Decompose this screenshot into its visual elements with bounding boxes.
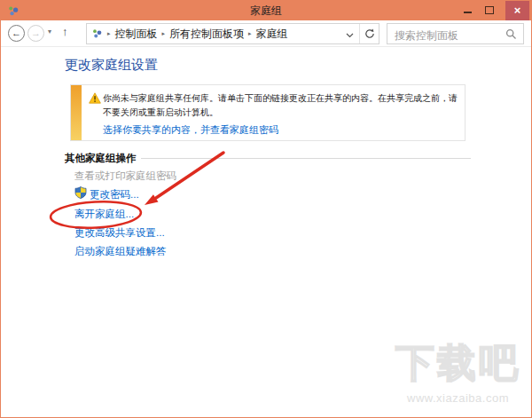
navigation-toolbar: ← → ▾ ↑ ▸ 控制面板 ▸ 所有控制面板项 ▸ 家庭组 — [1, 20, 531, 47]
up-button[interactable]: ↑ — [62, 25, 68, 38]
page-title: 更改家庭组设置 — [65, 57, 158, 74]
minimize-button[interactable] — [458, 1, 478, 20]
breadcrumb-homegroup[interactable]: 家庭组 — [256, 27, 288, 42]
breadcrumb-separator-icon: ▸ — [103, 30, 115, 37]
homegroup-window: 家庭组 × ← → ▾ ↑ ▸ 控 — [0, 0, 532, 418]
forward-button[interactable]: → — [27, 25, 44, 42]
breadcrumb-separator-icon: ▸ — [244, 30, 256, 37]
warning-panel: 你尚未与家庭组共享任何库。请单击下面的链接更改正在共享的内容。在共享完成之前，请… — [70, 84, 466, 141]
start-troubleshooter-link[interactable]: 启动家庭组疑难解答 — [74, 245, 167, 258]
address-dropdown-button[interactable] — [340, 26, 359, 42]
breadcrumb-all-items[interactable]: 所有控制面板项 — [169, 27, 244, 42]
change-password-link[interactable]: 更改密码... — [90, 188, 139, 201]
recent-pages-button[interactable]: ▾ — [48, 28, 51, 35]
back-icon: ← — [12, 28, 21, 38]
watermark-url: www.xiazaiba.com — [395, 391, 520, 405]
forward-icon: → — [31, 28, 41, 38]
watermark: 下载吧 www.xiazaiba.com — [395, 337, 520, 405]
minimize-icon — [464, 12, 472, 13]
warning-text-line2: 不要关闭或重新启动计算机。 — [103, 106, 218, 119]
warning-text-line1: 你尚未与家庭组共享任何库。请单击下面的链接更改正在共享的内容。在共享完成之前，请 — [103, 92, 458, 105]
homegroup-breadcrumb-icon — [92, 28, 103, 39]
search-placeholder: 搜索控制面板 — [395, 28, 458, 43]
warning-accent-bar — [71, 85, 82, 140]
up-arrow-icon: ↑ — [62, 25, 68, 38]
change-advanced-sharing-link[interactable]: 更改高级共享设置... — [74, 226, 165, 240]
chevron-down-icon: ▾ — [48, 28, 51, 35]
window-title: 家庭组 — [1, 1, 531, 20]
uac-shield-icon — [74, 186, 87, 199]
view-print-password-link: 查看或打印家庭组密码 — [74, 170, 176, 183]
refresh-button[interactable] — [359, 24, 379, 43]
breadcrumb-control-panel[interactable]: 控制面板 — [115, 27, 158, 42]
search-icon[interactable] — [505, 28, 517, 40]
refresh-icon — [364, 28, 375, 39]
address-bar[interactable]: ▸ 控制面板 ▸ 所有控制面板项 ▸ 家庭组 — [86, 23, 379, 44]
leave-homegroup-link[interactable]: 离开家庭组... — [74, 208, 134, 221]
red-arrow-head — [145, 194, 159, 205]
back-button[interactable]: ← — [8, 25, 25, 42]
chevron-down-icon — [346, 33, 354, 38]
maximize-button[interactable] — [480, 1, 499, 20]
section-divider — [141, 158, 471, 159]
choose-share-content-link[interactable]: 选择你要共享的内容，并查看家庭组密码 — [103, 123, 278, 137]
close-icon: × — [514, 4, 521, 17]
warning-icon — [89, 92, 101, 104]
maximize-icon — [485, 6, 494, 14]
close-button[interactable]: × — [505, 1, 529, 20]
watermark-logo-text: 下载吧 — [395, 337, 520, 390]
section-header-other-actions: 其他家庭组操作 — [65, 152, 137, 165]
title-bar: 家庭组 × — [1, 1, 531, 20]
search-input[interactable]: 搜索控制面板 — [387, 23, 524, 44]
breadcrumb-separator-icon: ▸ — [158, 30, 170, 37]
